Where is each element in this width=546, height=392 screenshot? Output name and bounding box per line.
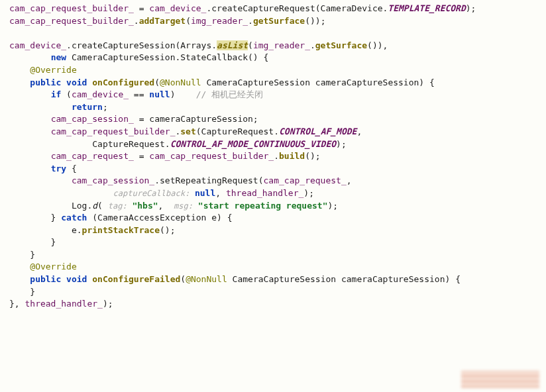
code-line: }: [9, 286, 546, 299]
code-line: public void onConfigureFailed(@NonNull C…: [9, 273, 546, 286]
code-line: }: [9, 236, 546, 249]
code-line: @Override: [9, 64, 546, 77]
code-line: } catch (CameraAccessException e) {: [9, 212, 546, 224]
code-line: public void onConfigured(@NonNull Camera…: [9, 77, 546, 89]
annotation: @Override: [30, 65, 76, 75]
code-line: cam_cap_request_builder_ = cam_device_.c…: [9, 3, 546, 15]
code-line: cam_cap_request_builder_.set(CaptureRequ…: [9, 126, 546, 138]
code-line: cam_cap_request_builder_.addTarget(img_r…: [9, 15, 546, 28]
code-line: cam_cap_session_.setRepeatingRequest(cam…: [9, 175, 546, 187]
code-line: Log.d( tag: "hbs", msg: "start repeating…: [9, 200, 546, 213]
highlighted-method: asList: [217, 40, 248, 50]
code-line: cam_cap_session_ = cameraCaptureSession;: [9, 113, 546, 126]
string-literal: "hbs": [132, 201, 158, 211]
code-line: e.printStackTrace();: [9, 224, 546, 237]
code-line: }: [9, 249, 546, 262]
code-line: if (cam_device_ == null) // 相机已经关闭: [9, 89, 546, 101]
code-editor[interactable]: cam_cap_request_builder_ = cam_device_.c…: [9, 3, 546, 311]
code-line: cam_device_.createCaptureSession(Arrays.…: [9, 40, 546, 52]
param-hint: captureCallback:: [113, 189, 190, 198]
comment: // 相机已经关闭: [196, 89, 263, 99]
keyword: new: [51, 52, 66, 62]
code-line: CaptureRequest.CONTROL_AF_MODE_CONTINUOU…: [9, 138, 546, 151]
method-decl: onConfigured: [92, 77, 154, 87]
code-line: captureCallback: null, thread_handler_);: [9, 187, 546, 200]
method-call: addTarget: [139, 16, 186, 26]
code-line: new CameraCaptureSession.StateCallback()…: [9, 52, 546, 64]
code-line: try {: [9, 163, 546, 175]
code-line: [9, 27, 546, 40]
static-method: d: [92, 201, 97, 211]
code-line: cam_cap_request_ = cam_cap_request_build…: [9, 150, 546, 163]
code-line: return;: [9, 101, 546, 114]
code-line: @Override: [9, 261, 546, 273]
watermark-overlay: [461, 371, 539, 388]
field-ref: cam_cap_request_builder_: [9, 3, 134, 13]
constant: TEMPLATE_RECORD: [388, 3, 465, 13]
code-line: }, thread_handler_);: [9, 298, 546, 311]
